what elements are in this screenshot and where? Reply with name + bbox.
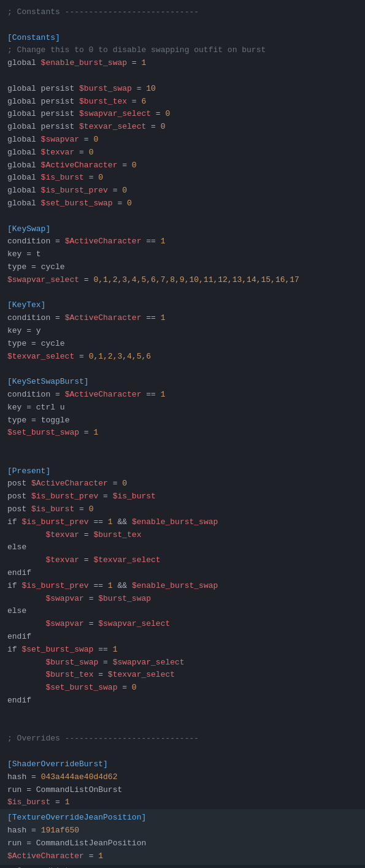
line-section-texoverride: [TextureOverrideJeanPosition] [7,813,146,822]
line-post-active: post $ActiveCharacter = 0 [7,479,127,488]
line-post-burst-prev: post $is_burst_prev = $is_burst [7,492,156,501]
code-editor: ; Constants ----------------------------… [7,6,358,809]
line-endif-3: endif [7,696,31,705]
line-is-burst-prev: global $is_burst_prev = 0 [7,186,127,195]
line-keyswap-condition: condition = $ActiveCharacter == 1 [7,237,165,246]
line-post-burst: post $is_burst = 0 [7,504,93,514]
line-endif-2: endif [7,632,31,641]
line-comment-disable: ; Change this to 0 to disable swapping o… [7,45,266,55]
line-keysetswapburst-condition: condition = $ActiveCharacter == 1 [7,390,165,399]
line-else-1: else [7,542,26,552]
line-endif-1: endif [7,568,31,577]
line-texvar-select: global persist $texvar_select = 0 [7,122,165,131]
line-section-constants: [Constants] [7,33,60,42]
line-keytex-condition: condition = $ActiveCharacter == 1 [7,313,165,322]
line-comment-overrides: ; Overrides ---------------------------- [7,734,199,743]
code-overlay: [TextureOverrideJeanPosition] hash = 191… [7,812,358,862]
line-burst-tex-set: $burst_tex = $texvar_select [7,670,175,679]
line-is-burst: global $is_burst = 0 [7,173,103,182]
line-active-character: global $ActiveCharacter = 0 [7,161,137,170]
line-keyswap-type: type = cycle [7,262,65,272]
line-active-char-tex: $ActiveCharacter = 1 [7,851,103,861]
line-keyswap-values: $swapvar_select = 0,1,2,3,4,5,6,7,8,9,10… [7,275,299,284]
line-run-commandlist-jean: run = CommandListJeanPosition [7,839,146,848]
code-editor-end: ; CommandList ------------------------- … [7,865,358,868]
line-section-keysetswapburst: [KeySetSwapBurst] [7,377,89,386]
line-keysetswapburst-key: key = ctrl u [7,403,65,412]
line-burst-swap: global persist $burst_swap = 10 [7,84,156,93]
line-swapvar-burst: $swapvar = $burst_swap [7,594,151,603]
line-run-commandlist: run = CommandListOnBurst [7,785,122,794]
line-if-set-burst: if $set_burst_swap == 1 [7,645,117,654]
line-hash-shader: hash = 043a444ae40d4d62 [7,772,117,782]
line-else-2: else [7,606,26,615]
dark-overlay-section: [TextureOverrideJeanPosition] hash = 191… [0,809,365,865]
line-burst-swap-set: $burst_swap = $swapvar_select [7,658,185,667]
line-section-shaderoverride: [ShaderOverrideBurst] [7,760,108,769]
line-section-present: [Present] [7,466,50,476]
line-keysetswapburst-type: type = toggle [7,416,69,425]
line-hash-tex: hash = 191af650 [7,826,79,835]
line-section-keyswap: [KeySwap] [7,224,50,234]
line-texvar: global $texvar = 0 [7,148,93,157]
line-is-burst-shader: $is_burst = 1 [7,798,69,807]
line-texvar-burst: $texvar = $burst_tex [7,530,141,539]
line-swapvar: global $swapvar = 0 [7,135,98,144]
line-comment-constants: ; Constants ---------------------------- [7,7,199,17]
line-swapvar-select: global persist $swapvar_select = 0 [7,109,170,118]
line-set-burst-swap-zero: $set_burst_swap = 0 [7,683,137,692]
line-texvar-select: $texvar = $texvar_select [7,555,161,565]
line-keytex-key: key = y [7,326,41,335]
line-set-burst-swap-val: $set_burst_swap = 1 [7,428,98,437]
line-set-burst-swap: global $set_burst_swap = 0 [7,199,132,208]
line-burst-tex: global persist $burst_tex = 6 [7,97,146,106]
line-if-burst-prev-1: if $is_burst_prev == 1 && $enable_burst_… [7,517,218,527]
line-swapvar-select: $swapvar = $swapvar_select [7,619,170,628]
line-keytex-values: $texvar_select = 0,1,2,3,4,5,6 [7,352,151,361]
line-if-burst-prev-2: if $is_burst_prev == 1 && $enable_burst_… [7,581,218,590]
line-keytex-type: type = cycle [7,339,65,348]
line-section-keytex: [KeyTex] [7,300,45,310]
line-enable-burst-swap: global $enable_burst_swap = 1 [7,58,146,67]
line-keyswap-key: key = t [7,249,41,259]
